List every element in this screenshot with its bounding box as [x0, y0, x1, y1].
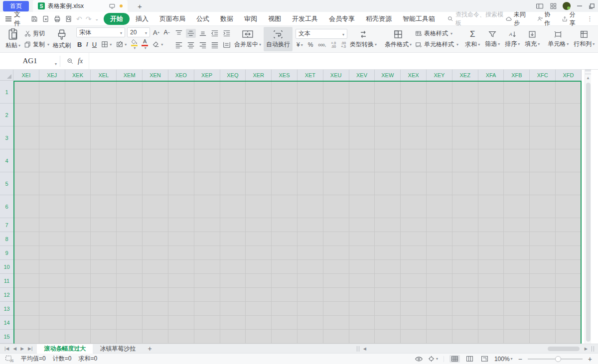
cell-XET3[interactable] [298, 126, 323, 149]
cell-XEK5[interactable] [65, 172, 91, 195]
font-family-select[interactable]: 宋体 [76, 27, 125, 37]
cell-XEO4[interactable] [168, 149, 194, 172]
cell-XFB14[interactable] [504, 316, 530, 329]
cell-XEK1[interactable] [65, 81, 91, 103]
cell-XES15[interactable] [272, 330, 298, 343]
cell-XEO9[interactable] [168, 246, 194, 259]
cell-XEX7[interactable] [401, 218, 427, 232]
cell-XES3[interactable] [272, 126, 298, 149]
cell-XEQ4[interactable] [220, 149, 246, 172]
cell-XFA9[interactable] [478, 246, 504, 259]
number-format-select[interactable]: 文本 [296, 29, 347, 39]
cell-XEU11[interactable] [323, 274, 349, 287]
cell-XEU13[interactable] [323, 302, 349, 315]
cell-XEJ13[interactable] [39, 302, 65, 315]
cell-XEV14[interactable] [349, 316, 375, 329]
thousands-format-icon[interactable]: 000, [317, 42, 327, 48]
undo-icon[interactable]: ↶ [76, 15, 82, 23]
save-icon[interactable] [30, 15, 38, 23]
menu-tab-开始[interactable]: 开始 [104, 13, 130, 25]
cell-XEJ15[interactable] [39, 330, 65, 343]
cell-XFB12[interactable] [504, 288, 530, 301]
cell-XEM5[interactable] [117, 172, 143, 195]
cell-XEM11[interactable] [117, 274, 143, 287]
cell-XFD8[interactable] [556, 232, 582, 245]
cell-XEQ10[interactable] [220, 260, 246, 273]
page-layout-view-icon[interactable] [464, 355, 475, 363]
bold-button[interactable]: B [76, 40, 83, 49]
cell-XEW12[interactable] [375, 288, 401, 301]
cell-XEQ15[interactable] [220, 330, 246, 343]
menu-tab-数据[interactable]: 数据 [215, 13, 238, 25]
align-center-icon[interactable] [186, 40, 196, 49]
cell-XET9[interactable] [298, 246, 323, 259]
sheet-tab-滚动条幅度过大[interactable]: 滚动条幅度过大 [37, 344, 93, 354]
minimize-window-icon[interactable] [577, 3, 583, 9]
last-sheet-icon[interactable]: ▶| [26, 346, 34, 351]
macro-record-icon[interactable]: JS [5, 355, 14, 363]
justify-icon[interactable] [210, 40, 220, 49]
menu-tab-智能工具箱[interactable]: 智能工具箱 [398, 13, 440, 25]
cell-XEP2[interactable] [194, 104, 220, 126]
align-middle-icon[interactable] [186, 29, 196, 38]
cell-XES10[interactable] [272, 260, 298, 273]
cell-XEW14[interactable] [375, 316, 401, 329]
cell-XEU15[interactable] [323, 330, 349, 343]
cell-XEQ1[interactable] [220, 81, 246, 103]
horizontal-split-handle-2[interactable] [592, 346, 594, 352]
cell-XES13[interactable] [272, 302, 298, 315]
cell-XEO7[interactable] [168, 218, 194, 232]
cell-XEL6[interactable] [91, 195, 117, 218]
cell-XEV11[interactable] [349, 274, 375, 287]
cell-XEV10[interactable] [349, 260, 375, 273]
cell-XEW3[interactable] [375, 126, 401, 149]
cell-XEV4[interactable] [349, 149, 375, 172]
cell-XEJ8[interactable] [39, 232, 65, 245]
cell-XEZ4[interactable] [452, 149, 478, 172]
cell-XEK8[interactable] [65, 232, 91, 245]
cell-XEX1[interactable] [401, 81, 427, 103]
cell-XEN5[interactable] [143, 172, 168, 195]
cell-XEP11[interactable] [194, 274, 220, 287]
cell-XEK10[interactable] [65, 260, 91, 273]
cell-XEP5[interactable] [194, 172, 220, 195]
cell-XEX15[interactable] [401, 330, 427, 343]
cell-XEK12[interactable] [65, 288, 91, 301]
cell-XFB5[interactable] [504, 172, 530, 195]
touch-mode-icon[interactable] [428, 355, 438, 363]
cell-XFA3[interactable] [478, 126, 504, 149]
cell-XEU9[interactable] [323, 246, 349, 259]
increase-font-size-icon[interactable]: A+ [152, 28, 160, 37]
cell-XEW11[interactable] [375, 274, 401, 287]
cell-XEP4[interactable] [194, 149, 220, 172]
cell-XEX11[interactable] [401, 274, 427, 287]
column-header-XFD[interactable]: XFD [556, 70, 582, 81]
cell-XEQ12[interactable] [220, 288, 246, 301]
cell-XEJ7[interactable] [39, 218, 65, 232]
column-header-XEI[interactable]: XEI [13, 70, 39, 81]
cell-XEL7[interactable] [91, 218, 117, 232]
cell-XEY11[interactable] [427, 274, 452, 287]
cell-XET15[interactable] [298, 330, 323, 343]
cell-XEQ9[interactable] [220, 246, 246, 259]
cell-XEW8[interactable] [375, 232, 401, 245]
tab-list-icon[interactable] [536, 2, 544, 9]
formula-input[interactable] [89, 53, 598, 69]
cell-XER6[interactable] [246, 195, 272, 218]
cell-XEM2[interactable] [117, 104, 143, 126]
row-header-2[interactable]: 2 [0, 104, 13, 126]
column-header-XFC[interactable]: XFC [530, 70, 556, 81]
cell-XFA4[interactable] [478, 149, 504, 172]
cell-XEM7[interactable] [117, 218, 143, 232]
cell-XFC10[interactable] [530, 260, 556, 273]
cell-XEZ7[interactable] [452, 218, 478, 232]
menu-tab-会员专享[interactable]: 会员专享 [324, 13, 360, 25]
cell-XES8[interactable] [272, 232, 298, 245]
column-header-XES[interactable]: XES [272, 70, 298, 81]
cell-XFC6[interactable] [530, 195, 556, 218]
cell-XEX9[interactable] [401, 246, 427, 259]
column-header-XEU[interactable]: XEU [323, 70, 349, 81]
cell-XFA5[interactable] [478, 172, 504, 195]
percent-format-icon[interactable]: % [307, 41, 314, 49]
merge-center-button[interactable]: 合并居中 [232, 27, 264, 51]
